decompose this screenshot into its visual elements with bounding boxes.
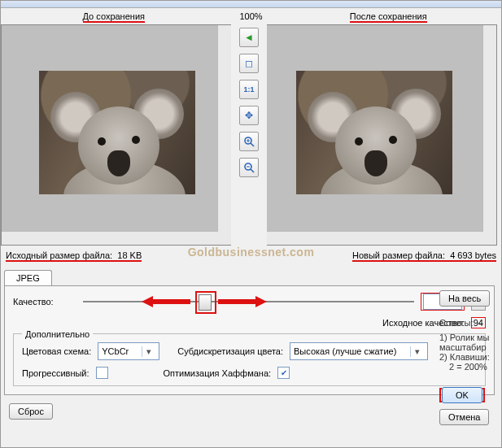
scrollbar-horizontal[interactable] bbox=[267, 231, 483, 245]
preview-image-after bbox=[296, 71, 452, 194]
fullscreen-button[interactable]: На весь bbox=[439, 290, 490, 307]
preview-after[interactable] bbox=[267, 24, 497, 246]
one-to-one-icon[interactable]: 1:1 bbox=[239, 80, 259, 99]
zoom-out-icon[interactable] bbox=[239, 158, 259, 177]
svg-marker-7 bbox=[142, 296, 190, 307]
advanced-group: Дополнительно Цветовая схема: YCbCr▾ Суб… bbox=[13, 333, 486, 386]
scrollbar-vertical[interactable] bbox=[482, 25, 496, 232]
tip-2b: 2 = 200% bbox=[439, 362, 498, 372]
zoom-percent: 100% bbox=[227, 11, 276, 21]
tips-panel: Советы: 1) Ролик мы масштабир 2) Клавиши… bbox=[439, 318, 498, 372]
huffman-checkbox[interactable]: ✔ bbox=[277, 367, 290, 379]
tab-jpeg[interactable]: JPEG bbox=[4, 270, 52, 285]
original-size-label: Исходный размер файла: 18 KB bbox=[6, 250, 142, 262]
colorspace-label: Цветовая схема: bbox=[22, 346, 91, 356]
tip-2: 2) Клавиши: bbox=[439, 352, 498, 362]
preview-image-before bbox=[39, 71, 195, 194]
progressive-checkbox[interactable] bbox=[96, 367, 108, 379]
preview-toolbar: ◄ ◻ 1:1 ✥ bbox=[231, 24, 267, 246]
fit-window-icon[interactable]: ◻ bbox=[239, 54, 259, 73]
tips-header: Советы: bbox=[439, 318, 498, 328]
annotation-thumb-box bbox=[195, 291, 216, 314]
quality-label: Качество: bbox=[13, 297, 76, 307]
huffman-label: Оптимизация Хаффмана: bbox=[164, 368, 272, 378]
chevron-down-icon: ▾ bbox=[410, 346, 424, 357]
progressive-label: Прогрессивный: bbox=[22, 368, 89, 378]
advanced-legend: Дополнительно bbox=[22, 329, 93, 339]
zoom-in-icon[interactable] bbox=[239, 132, 259, 151]
center-icon[interactable]: ✥ bbox=[239, 106, 259, 125]
new-size-label: Новый размер файла: 4 693 bytes bbox=[352, 250, 496, 262]
watermark: Goldbusinessnet.com bbox=[188, 246, 315, 259]
jpeg-panel: Качество: ▲▼ Исходное качество: 94 bbox=[4, 285, 495, 395]
svg-marker-8 bbox=[218, 296, 267, 307]
tip-1b: масштабир bbox=[439, 342, 498, 352]
arrow-left-icon[interactable]: ◄ bbox=[239, 28, 259, 47]
ok-button[interactable]: OK bbox=[442, 387, 482, 403]
scrollbar-horizontal[interactable] bbox=[2, 231, 218, 245]
tip-1: 1) Ролик мы bbox=[439, 333, 498, 342]
reset-button[interactable]: Сброс bbox=[9, 403, 53, 420]
before-save-label: До сохранения bbox=[1, 11, 227, 21]
colorspace-select[interactable]: YCbCr▾ bbox=[98, 342, 159, 360]
scrollbar-vertical[interactable] bbox=[217, 25, 231, 232]
window-titlebar bbox=[1, 1, 501, 8]
chevron-down-icon: ▾ bbox=[142, 346, 155, 357]
svg-line-1 bbox=[251, 143, 254, 146]
annotation-arrow-right bbox=[218, 295, 267, 308]
quality-slider[interactable] bbox=[83, 294, 414, 310]
after-save-label: После сохранения bbox=[276, 11, 502, 21]
subsampling-select[interactable]: Высокая (лучше сжатие)▾ bbox=[290, 342, 428, 360]
subsampling-label: Субдискретизация цвета: bbox=[177, 346, 283, 356]
cancel-button[interactable]: Отмена bbox=[439, 409, 489, 425]
annotation-arrow-left bbox=[142, 295, 190, 308]
preview-before[interactable] bbox=[1, 24, 231, 246]
svg-line-5 bbox=[251, 169, 254, 172]
